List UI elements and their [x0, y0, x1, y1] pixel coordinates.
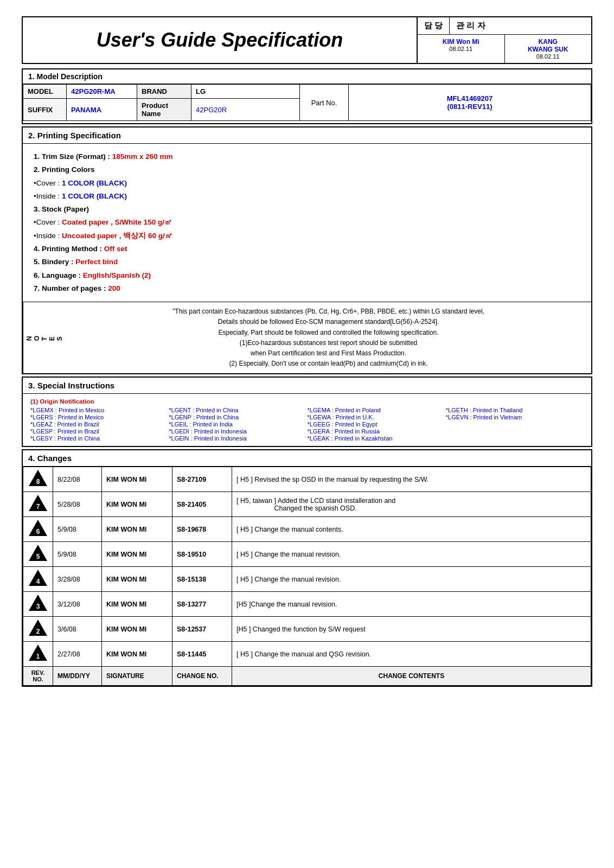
changes-section: 4. Changes 8 8/22/08 KIM WON MI S8-27109… [22, 449, 592, 687]
chno-8: S8-27109 [172, 467, 232, 492]
bindery: 5. Bindery : Perfect bind [34, 256, 580, 269]
origin-lgesp: *LGESP : Printed in Brazil [30, 428, 168, 435]
footer-change-no: CHANGE NO. [172, 667, 232, 686]
rev-7: 7 [23, 492, 53, 517]
origin-lgedi: *LGEDI : Printed in Indonesia [169, 428, 306, 435]
origin-lgenp: *LGENP : Printed in China [169, 414, 306, 420]
origin-empty2 [446, 428, 584, 435]
change-row-6: 6 5/9/08 KIM WON MI S8-19678 [ H5 ] Chan… [23, 517, 591, 542]
stock-paper: 3. Stock (Paper) [34, 203, 580, 216]
printing-spec-content: 1. Trim Size (Format) : 185mm x 260 mm 2… [23, 144, 591, 302]
person1-name: KIM Won Mi [424, 38, 498, 46]
printing-spec-header: 2. Printing Specification [23, 127, 591, 144]
change-footer-row: REV.NO. MM/DD/YY SIGNATURE CHANGE NO. CH… [23, 667, 591, 686]
manager-label: 관 리 자 [450, 17, 491, 34]
header-labels: 담 당 관 리 자 [418, 17, 591, 35]
change-row-8: 8 8/22/08 KIM WON MI S8-27109 [ H5 ] Rev… [23, 467, 591, 492]
inside-color: •Inside : 1 COLOR (BLACK) [34, 190, 580, 203]
header-persons: KIM Won Mi 08.02.11 KANGKWANG SUK 08.02.… [418, 35, 591, 63]
origin-lgevn: *LGEVN : Printed in Vietnam [446, 414, 584, 420]
part-no-value: MFL41469207(0811-REV11) [349, 85, 591, 121]
special-instructions-section: 3. Special Instructions (1) Origin Notif… [22, 376, 592, 447]
special-content: (1) Origin Notification *LGEMX : Printed… [23, 394, 591, 446]
footer-rev: REV.NO. [23, 667, 53, 686]
contents-5: [ H5 ] Change the manual revision. [232, 542, 591, 567]
origin-lgeeg: *LGEEG : Printed in Egypt [308, 421, 445, 427]
notes-section: NOTES "This part contain Eco-hazardous s… [23, 302, 591, 373]
footer-signature: SIGNATURE [102, 667, 172, 686]
sig-8: KIM WON MI [102, 467, 172, 492]
change-row-3: 3 3/12/08 KIM WON MI S8-13277 [H5 ]Chang… [23, 592, 591, 617]
rev-6: 6 [23, 517, 53, 542]
origin-empty3 [446, 435, 584, 442]
sig-7: KIM WON MI [102, 492, 172, 517]
date-8: 8/22/08 [53, 467, 102, 492]
change-row-7: 7 5/28/08 KIM WON MI S8-21405 [ H5, taiw… [23, 492, 591, 517]
origin-lgein: *LGEIN : Printed in Indonesia [169, 435, 306, 442]
contents-2: [H5 ] Changed the function by S/W reques… [232, 617, 591, 642]
origin-grid: *LGEMX : Printed in Mexico *LGENT : Prin… [30, 407, 584, 442]
model-value: 42PG20R-MA [67, 85, 137, 99]
rev-5: 5 [23, 542, 53, 567]
origin-lgeil: *LGEIL : Printed in India [169, 421, 306, 427]
footer-contents: CHANGE CONTENTS [232, 667, 591, 686]
contents-1: [ H5 ] Change the manual and QSG revisio… [232, 642, 591, 667]
origin-lgema: *LGEMA : Printed in Poland [308, 407, 445, 413]
title-box: User's Guide Specification [23, 17, 418, 63]
rev-1: 1 [23, 642, 53, 667]
header-right: 담 당 관 리 자 KIM Won Mi 08.02.11 KANGKWANG … [418, 17, 591, 63]
chno-4: S8-15138 [172, 567, 232, 592]
origin-lgeth: *LGETH : Printed in Thailand [446, 407, 584, 413]
origin-title: (1) Origin Notification [30, 398, 584, 405]
date-6: 5/9/08 [53, 517, 102, 542]
origin-lgemx: *LGEMX : Printed in Mexico [30, 407, 168, 413]
date-5: 5/9/08 [53, 542, 102, 567]
product-name-value: 42PG20R [191, 99, 300, 121]
sig-3: KIM WON MI [102, 592, 172, 617]
trim-size: 1. Trim Size (Format) : 185mm x 260 mm [34, 150, 580, 163]
printing-spec-section: 2. Printing Specification 1. Trim Size (… [22, 126, 592, 374]
origin-lgesy: *LGESY : Printed in China [30, 435, 168, 442]
cover-color: •Cover : 1 COLOR (BLACK) [34, 177, 580, 190]
cover-stock: •Cover : Coated paper , S/White 150 g/㎡ [34, 216, 580, 229]
contents-8: [ H5 ] Revised the sp OSD in the manual … [232, 467, 591, 492]
change-row-5: 5 5/9/08 KIM WON MI S8-19510 [ H5 ] Chan… [23, 542, 591, 567]
note-line-2: Details should be followed Eco-SCM manag… [72, 317, 585, 327]
num-pages: 7. Number of pages : 200 [34, 282, 580, 295]
inside-stock: •Inside : Uncoated paper , 백상지 60 g/㎡ [34, 229, 580, 242]
suffix-value: PANAMA [67, 99, 137, 121]
notes-label: NOTES [23, 302, 66, 373]
contents-4: [ H5 ] Change the manual revision. [232, 567, 591, 592]
changes-table: 8 8/22/08 KIM WON MI S8-27109 [ H5 ] Rev… [23, 467, 591, 686]
contents-6: [ H5 ] Change the manual contents. [232, 517, 591, 542]
note-line-1: "This part contain Eco-hazardous substan… [72, 307, 585, 317]
product-name-label: Product Name [137, 99, 191, 121]
note-line-3: Especially, Part should be followed and … [72, 328, 585, 338]
language: 6. Language : English/Spanish (2) [34, 269, 580, 282]
chno-2: S8-12537 [172, 617, 232, 642]
origin-lgeak: *LGEAK : Printed in Kazakhstan [308, 435, 445, 442]
model-section: 1. Model Description MODEL 42PG20R-MA BR… [22, 68, 592, 124]
note-line-5: when Part certification test and First M… [72, 348, 585, 359]
origin-empty1 [446, 421, 584, 427]
special-header: 3. Special Instructions [23, 378, 591, 394]
change-row-1: 1 2/27/08 KIM WON MI S8-11445 [ H5 ] Cha… [23, 642, 591, 667]
person2: KANGKWANG SUK 08.02.11 [505, 35, 592, 63]
date-3: 3/12/08 [53, 592, 102, 617]
chno-1: S8-11445 [172, 642, 232, 667]
chno-7: S8-21405 [172, 492, 232, 517]
footer-date: MM/DD/YY [53, 667, 102, 686]
suffix-label: SUFFIX [23, 99, 67, 121]
date-4: 3/28/08 [53, 567, 102, 592]
person1-date: 08.02.11 [424, 46, 498, 52]
part-no-label: Part No. [300, 85, 349, 121]
date-2: 3/6/08 [53, 617, 102, 642]
note-line-4: (1)Eco-hazardous substances test report … [72, 338, 585, 348]
model-label: MODEL [23, 85, 67, 99]
chno-5: S8-19510 [172, 542, 232, 567]
rev-3: 3 [23, 592, 53, 617]
sig-6: KIM WON MI [102, 517, 172, 542]
date-7: 5/28/08 [53, 492, 102, 517]
rev-2: 2 [23, 617, 53, 642]
sig-4: KIM WON MI [102, 567, 172, 592]
